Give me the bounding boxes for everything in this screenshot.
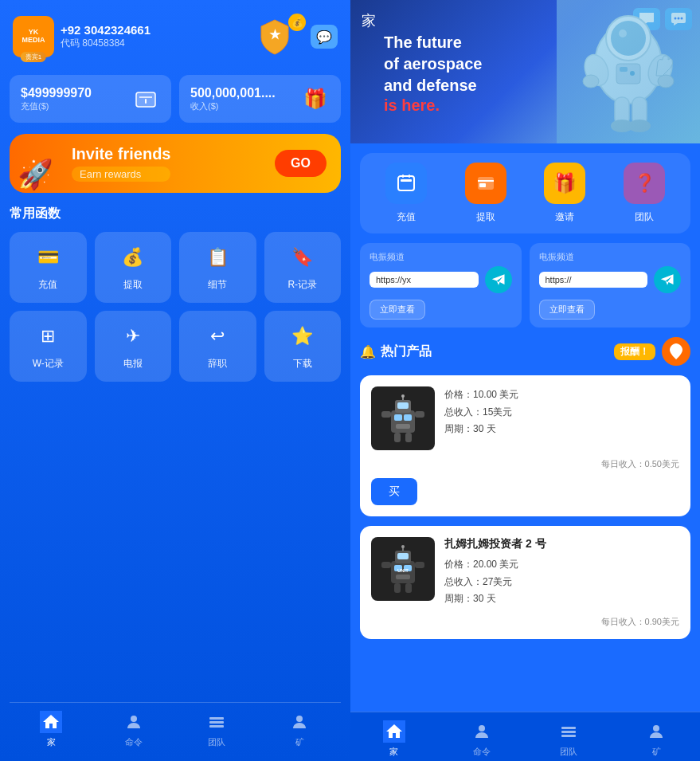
svg-point-37 (401, 394, 405, 398)
qa-invite-icon: 🎁 (544, 163, 585, 204)
product-img-2: UNIT (371, 537, 435, 601)
product-income-2: 总收入：27美元 (444, 574, 679, 591)
func-download[interactable]: ⭐ 下载 (264, 311, 342, 382)
func-resign[interactable]: ↩ 辞职 (179, 311, 256, 382)
svg-text:★: ★ (269, 28, 281, 41)
left-nav-team[interactable]: 团队 (205, 711, 228, 748)
user-info: +92 3042324661 代码 80458384 (61, 23, 151, 50)
left-nav-command-label: 命令 (125, 736, 143, 748)
left-bottom-nav: 家 命令 团队 矿 (10, 702, 341, 751)
svg-rect-50 (415, 562, 424, 568)
svg-rect-49 (381, 562, 391, 568)
invite-go-button[interactable]: GO (275, 150, 327, 177)
left-nav-command[interactable]: 命令 (123, 711, 145, 748)
right-nav-home[interactable]: 家 (383, 720, 405, 758)
hot-title: 🔔 热门产品 (360, 343, 432, 360)
svg-rect-32 (394, 414, 402, 421)
svg-rect-56 (561, 731, 576, 733)
channel-title-1: 电振频道 (370, 251, 512, 263)
qa-team[interactable]: ❓ 团队 (624, 163, 665, 224)
svg-point-48 (401, 545, 405, 548)
product-info-1: 价格：10.00 美元 总收入：15美元 周期：30 天 (444, 386, 679, 438)
qa-invite[interactable]: 🎁 邀请 (544, 163, 585, 224)
right-nav-command-label: 命令 (473, 746, 491, 758)
func-r-record[interactable]: 🔖 R-记录 (264, 232, 342, 303)
product-income-1: 总收入：15美元 (444, 404, 679, 422)
reward-badge: 报酬！ (614, 343, 655, 360)
reward-circle (662, 337, 690, 366)
channel-tg-btn-2[interactable] (654, 266, 681, 293)
func-detail[interactable]: 📋 细节 (179, 232, 256, 303)
right-nav-home-icon (383, 720, 405, 743)
svg-rect-27 (402, 175, 404, 178)
r-record-icon: 🔖 (288, 243, 317, 272)
svg-rect-51 (394, 583, 401, 593)
channel-view-btn-2[interactable]: 立即查看 (539, 300, 595, 320)
deposit-info: $499999970 充值($) (21, 86, 92, 112)
left-nav-mine[interactable]: 矿 (288, 711, 311, 748)
function-grid: 💳 充值 💰 提取 📋 细节 🔖 R-记录 ⊞ W-记录 ✈ 电报 ↩ 辞职 ⭐ (10, 232, 341, 382)
channel-title-2: 电振频道 (539, 251, 682, 263)
svg-rect-3 (209, 717, 224, 720)
product-name-2: 扎姆扎姆投资者 2 号 (444, 537, 679, 551)
income-amount: 500,000,001.... (190, 86, 276, 100)
func-withdraw[interactable]: 💰 提取 (95, 232, 172, 303)
channel-view-btn-1[interactable]: 立即查看 (370, 300, 425, 320)
functions-section-title: 常用函数 (10, 206, 341, 222)
left-nav-mine-label: 矿 (295, 736, 304, 748)
resign-icon: ↩ (203, 322, 232, 351)
func-detail-label: 细节 (208, 278, 227, 292)
user-code: 代码 80458384 (61, 37, 151, 50)
channel-link-row-2: https:// (539, 266, 682, 293)
qa-team-label: 团队 (635, 210, 654, 224)
left-nav-home[interactable]: 家 (40, 711, 62, 748)
invite-banner[interactable]: 🚀 Invite friends Earn rewards GO (10, 134, 341, 193)
right-content: 充值 提取 🎁 邀请 ❓ 团队 (350, 143, 700, 649)
svg-point-2 (131, 716, 137, 722)
svg-rect-34 (396, 424, 410, 429)
qa-recharge[interactable]: 充值 (385, 163, 427, 224)
income-label: 收入($) (190, 100, 276, 112)
chat-bubble-btn[interactable]: 💬 (311, 25, 338, 49)
func-w-record[interactable]: ⊞ W-记录 (10, 311, 87, 382)
right-nav-command[interactable]: 命令 (471, 720, 493, 758)
svg-point-6 (296, 716, 303, 722)
logo-text: YKMEDIA (22, 29, 45, 45)
svg-rect-31 (391, 410, 415, 433)
product-daily-1: 每日收入：0.50美元 (371, 458, 679, 470)
left-nav-team-icon (205, 711, 228, 733)
qa-withdraw-label: 提取 (476, 210, 495, 224)
withdraw-icon: 💰 (119, 243, 147, 272)
svg-rect-52 (405, 583, 412, 593)
detail-icon: 📋 (203, 243, 232, 272)
svg-rect-36 (397, 402, 409, 409)
hero-banner: 家 The future of aerospace and defense is… (350, 0, 700, 143)
right-nav-mine-icon (645, 720, 667, 743)
qa-withdraw-icon (465, 163, 506, 204)
left-nav-home-icon (40, 711, 62, 733)
right-nav-home-label: 家 (389, 746, 398, 758)
hero-title-line1: The future (384, 33, 462, 51)
func-recharge[interactable]: 💳 充值 (10, 232, 87, 303)
right-panel: 家 The future of aerospace and defense is… (350, 0, 700, 761)
hero-title-highlight: is here. (384, 96, 482, 115)
svg-rect-55 (561, 727, 576, 729)
svg-rect-33 (404, 414, 412, 421)
right-nav-mine[interactable]: 矿 (645, 720, 667, 758)
qa-withdraw[interactable]: 提取 (465, 163, 506, 224)
func-telegram[interactable]: ✈ 电报 (95, 311, 172, 382)
channel-tg-btn-1[interactable] (485, 266, 512, 293)
right-nav-team[interactable]: 团队 (557, 720, 580, 758)
func-withdraw-label: 提取 (123, 278, 143, 292)
deposit-card: $499999970 充值($) (10, 75, 171, 123)
product-detail-2: 价格：20.00 美元 总收入：27美元 周期：30 天 (444, 556, 679, 608)
product-price-2: 价格：20.00 美元 (444, 556, 679, 574)
svg-rect-45 (396, 575, 410, 579)
channel-card-1: 电振频道 https://yx 立即查看 (360, 243, 522, 328)
channel-url-2: https:// (539, 272, 648, 288)
svg-text:UNIT: UNIT (397, 568, 409, 573)
buy-button-1[interactable]: 买 (371, 478, 417, 505)
svg-rect-28 (409, 175, 410, 178)
deposit-amount: $499999970 (21, 86, 92, 100)
user-phone: +92 3042324661 (61, 23, 151, 37)
